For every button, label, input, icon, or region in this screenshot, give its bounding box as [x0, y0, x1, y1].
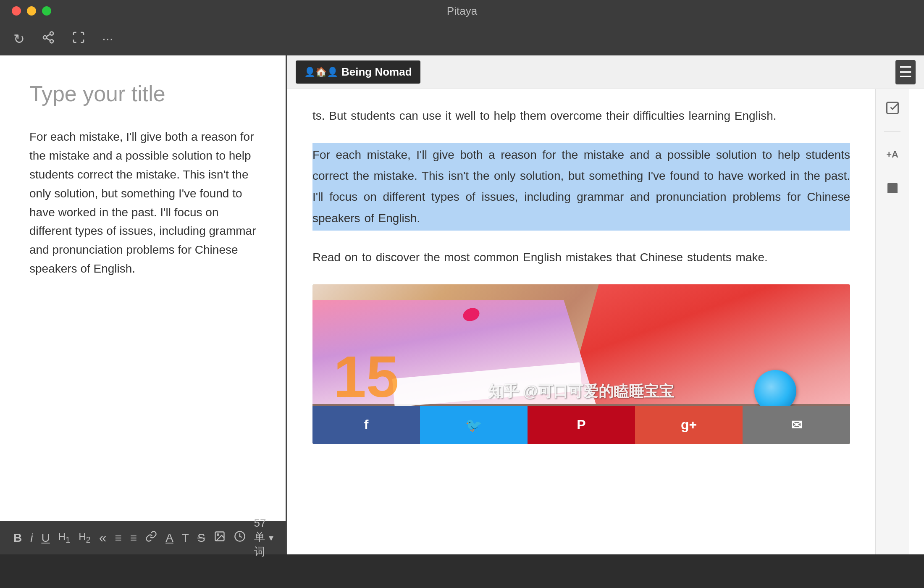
- svg-point-2: [50, 39, 53, 43]
- main-area: Type your title For each mistake, I'll g…: [0, 55, 924, 554]
- facebook-share-button[interactable]: f: [312, 406, 420, 444]
- fullscreen-icon[interactable]: [72, 31, 85, 47]
- annotate-button[interactable]: A: [165, 531, 173, 545]
- pinterest-icon: P: [577, 417, 585, 433]
- shape-sidebar-icon[interactable]: [882, 178, 903, 199]
- word-count-dropdown[interactable]: ▾: [269, 533, 273, 543]
- svg-rect-8: [887, 102, 898, 114]
- article-read-on-text: Read on to discover the most common Engl…: [312, 247, 850, 268]
- editor-title-placeholder[interactable]: Type your title: [29, 81, 256, 107]
- article-image: 15 知乎 @可口可爱的瞌睡宝宝 f 🐦 P: [312, 284, 850, 444]
- text-type-button[interactable]: T: [182, 531, 189, 545]
- pinterest-share-button[interactable]: P: [528, 406, 635, 444]
- word-count[interactable]: 57 单词 ▾: [254, 517, 273, 559]
- title-bar: Pitaya: [0, 0, 924, 22]
- quote-button[interactable]: «: [99, 530, 107, 546]
- maximize-button[interactable]: [42, 6, 51, 16]
- article-highlight-paragraph: For each mistake, I'll give both a reaso…: [312, 143, 850, 231]
- browser-panel: 👤🏠👤 Being Nomad ☰ ts. But students can u…: [287, 55, 924, 554]
- email-icon: ✉: [791, 417, 802, 433]
- format-toolbar: B i U H1 H2 « ≡ ≡ A T S: [0, 521, 286, 554]
- google-plus-share-button[interactable]: g+: [635, 406, 743, 444]
- article-content: ts. But students can use it well to help…: [287, 89, 875, 554]
- email-share-button[interactable]: ✉: [743, 406, 850, 444]
- share-icon[interactable]: [42, 31, 55, 47]
- app-title: Pitaya: [447, 5, 477, 18]
- logo-person-icon: 👤🏠👤: [304, 67, 338, 78]
- article-intro-text: ts. But students can use it well to help…: [312, 106, 850, 126]
- svg-point-1: [43, 36, 47, 39]
- word-count-text: 57 单词: [254, 517, 266, 559]
- sidebar-divider-1: [884, 131, 901, 131]
- bold-button[interactable]: B: [13, 531, 22, 545]
- site-logo: 👤🏠👤 Being Nomad: [296, 60, 420, 84]
- unordered-list-button[interactable]: ≡: [115, 531, 121, 545]
- editor-panel: Type your title For each mistake, I'll g…: [0, 55, 286, 554]
- logo-text: Being Nomad: [341, 66, 412, 79]
- google-plus-icon: g+: [681, 417, 697, 433]
- formula-sidebar-icon[interactable]: +A: [882, 144, 903, 165]
- browser-toolbar: 👤🏠👤 Being Nomad ☰: [287, 55, 924, 89]
- svg-line-3: [46, 38, 50, 40]
- svg-rect-9: [887, 183, 898, 193]
- twitter-icon: 🐦: [465, 417, 482, 433]
- underline-button[interactable]: U: [41, 531, 50, 545]
- twitter-share-button[interactable]: 🐦: [420, 406, 528, 444]
- close-button[interactable]: [12, 6, 21, 16]
- link-button[interactable]: [145, 530, 157, 545]
- italic-button[interactable]: i: [30, 531, 33, 545]
- more-icon[interactable]: ···: [102, 31, 113, 47]
- checkbox-sidebar-icon[interactable]: [882, 97, 903, 118]
- traffic-lights: [12, 6, 51, 16]
- heading2-button[interactable]: H2: [79, 531, 90, 545]
- top-toolbar: ↻ ···: [0, 22, 924, 55]
- browser-sidebar: +A: [875, 89, 909, 554]
- strikethrough-button[interactable]: S: [197, 531, 205, 545]
- editor-body-text[interactable]: For each mistake, I'll give both a reaso…: [29, 128, 256, 278]
- refresh-icon[interactable]: ↻: [13, 31, 25, 47]
- heading1-button[interactable]: H1: [58, 531, 70, 545]
- svg-point-0: [50, 32, 53, 35]
- image-button[interactable]: [214, 530, 226, 545]
- minimize-button[interactable]: [27, 6, 36, 16]
- svg-point-6: [217, 534, 219, 536]
- globe-object: [754, 370, 796, 412]
- facebook-icon: f: [364, 417, 369, 433]
- ordered-list-button[interactable]: ≡: [130, 531, 137, 545]
- timer-button[interactable]: [234, 530, 246, 545]
- browser-menu-icon[interactable]: ☰: [895, 60, 916, 84]
- social-share-bar: f 🐦 P g+ ✉: [312, 406, 850, 444]
- svg-line-4: [46, 34, 50, 36]
